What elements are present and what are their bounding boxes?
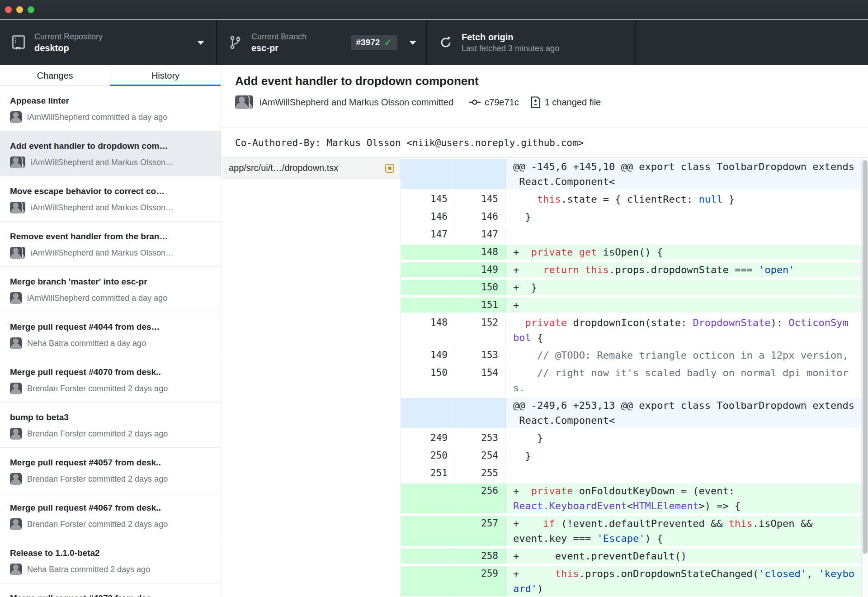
tab-changes[interactable]: Changes xyxy=(0,65,110,86)
diff-new-line-number: 147 xyxy=(455,227,506,242)
diff-row: 148 + private get isOpen() { xyxy=(401,243,868,261)
commit-avatar xyxy=(10,383,22,394)
toolbar: Current Repository desktop Current Branc… xyxy=(0,20,868,65)
diff-old-line-number: 145 xyxy=(401,192,455,207)
diff-old-line-number: 150 xyxy=(401,365,455,395)
diff-old-line-number xyxy=(401,398,455,428)
commit-list-item[interactable]: Merge pull request #4044 from des… Neha … xyxy=(0,312,221,357)
diff-code-line: // @TODO: Remake triangle octicon in a 1… xyxy=(506,348,868,363)
diff-new-line-number: 255 xyxy=(455,466,506,481)
commit-list-item[interactable]: Merge pull request #4057 from desk.. Bre… xyxy=(0,448,221,493)
diff-old-line-number: 249 xyxy=(401,431,455,445)
diff-code-line: @@ -249,6 +253,13 @@ export class Toolba… xyxy=(506,398,868,428)
diff-code-line xyxy=(506,227,868,242)
diff-view: @@ -145,6 +145,10 @@ export class Toolba… xyxy=(401,158,868,597)
avatar xyxy=(10,473,22,485)
check-icon: ✓ xyxy=(384,37,392,48)
commit-avatar xyxy=(10,564,22,575)
commit-list-item[interactable]: Move escape behavior to correct co… iAmW… xyxy=(0,176,221,222)
current-branch-name: esc-pr xyxy=(251,42,307,54)
file-list-item[interactable]: app/src/ui/t…/dropdown.tsx xyxy=(222,158,401,179)
diff-row: 147 147 xyxy=(401,226,868,243)
diff-zone: app/src/ui/t…/dropdown.tsx @@ -145,6 +14… xyxy=(222,158,868,597)
diff-code-line: + private onFoldoutKeyDown = (event: Rea… xyxy=(506,483,868,513)
pr-status-badge: #3972 ✓ xyxy=(351,35,397,50)
changed-file-icon xyxy=(531,96,541,108)
diff-row: @@ -249,6 +253,13 @@ export class Toolba… xyxy=(401,397,868,429)
diff-new-line-number xyxy=(455,398,506,428)
commit-list-item[interactable]: Add event handler to dropdown com… iAmWi… xyxy=(0,131,221,176)
diff-row: 258 + event.preventDefault() xyxy=(401,547,868,565)
diff-code-line: + this.props.onDropdownStateChanged('clo… xyxy=(506,566,868,596)
avatar xyxy=(10,518,22,530)
commit-meta: Neha Batra committed a day ago xyxy=(27,339,146,348)
commit-icon xyxy=(469,99,481,106)
diff-code-line: + if (!event.defaultPrevented && this.is… xyxy=(506,516,868,546)
commit-list-item[interactable]: bump to beta3 Brendan Forster committed … xyxy=(0,403,221,448)
diff-row: 149 153 // @TODO: Remake triangle octico… xyxy=(401,346,868,364)
tab-history[interactable]: History xyxy=(110,65,221,86)
commit-list-item[interactable]: Merge pull request #4073 from des… xyxy=(0,583,221,597)
chevron-down-icon xyxy=(197,41,204,45)
avatar xyxy=(10,337,22,349)
chevron-down-icon xyxy=(409,41,416,45)
file-path: app/src/ui/t…/dropdown.tsx xyxy=(229,163,381,173)
commit-meta: Brendan Forster committed 2 days ago xyxy=(27,520,168,529)
diff-new-line-number: 154 xyxy=(455,365,506,395)
avatar xyxy=(10,383,22,394)
diff-old-line-number: 149 xyxy=(401,348,455,363)
current-branch-button[interactable]: Current Branch esc-pr #3972 ✓ xyxy=(217,20,427,65)
diff-code-line: } xyxy=(506,209,868,224)
diff-old-line-number: 148 xyxy=(401,315,455,345)
diff-row: 257 + if (!event.defaultPrevented && thi… xyxy=(401,515,868,547)
diff-code-line: + private get isOpen() { xyxy=(506,245,868,260)
scrollbar-thumb[interactable] xyxy=(863,160,868,554)
diff-new-line-number: 148 xyxy=(455,245,506,260)
avatar xyxy=(235,95,249,109)
commit-title: Merge branch 'master' into esc-pr xyxy=(10,277,212,287)
diff-new-line-number: 153 xyxy=(455,348,506,363)
diff-new-line-number: 254 xyxy=(455,448,506,463)
minimize-window-button[interactable] xyxy=(16,6,23,13)
fetch-origin-title: Fetch origin xyxy=(462,31,559,43)
commit-meta: iAmWillShepherd and Markus Olsson… xyxy=(31,203,174,213)
commit-meta: iAmWillShepherd committed a day ago xyxy=(27,294,167,303)
current-repository-button[interactable]: Current Repository desktop xyxy=(0,20,217,65)
diff-old-line-number xyxy=(401,159,455,189)
diff-row: 150 + } xyxy=(401,279,868,296)
close-window-button[interactable] xyxy=(5,6,12,13)
pr-number: #3972 xyxy=(356,38,380,47)
fetch-origin-subtitle: Last fetched 3 minutes ago xyxy=(462,43,559,54)
diff-row: 251 255 xyxy=(401,464,868,482)
commit-list-item[interactable]: Merge branch 'master' into esc-pr iAmWil… xyxy=(0,267,221,312)
commit-avatar xyxy=(10,337,22,349)
diff-new-line-number: 253 xyxy=(455,431,506,445)
commit-title: Merge pull request #4070 from desk.. xyxy=(10,367,212,377)
sidebar-tabs: Changes History xyxy=(0,65,221,86)
commit-avatar xyxy=(10,247,25,259)
toolbar-spacer xyxy=(636,20,868,65)
commit-list-item[interactable]: Release to 1.1.0-beta2 Neha Batra commit… xyxy=(0,538,221,583)
app-window: Current Repository desktop Current Branc… xyxy=(0,0,868,597)
zoom-window-button[interactable] xyxy=(28,6,34,13)
commit-list-item[interactable]: Merge pull request #4070 from desk.. Bre… xyxy=(0,357,221,403)
commit-avatar xyxy=(10,518,22,530)
repo-icon xyxy=(12,35,25,50)
avatar xyxy=(10,111,22,123)
commit-meta: iAmWillShepherd committed a day ago xyxy=(27,113,167,122)
commit-list-item[interactable]: Merge pull request #4067 from desk.. Bre… xyxy=(0,493,221,538)
commit-avatar xyxy=(10,202,25,213)
avatar xyxy=(10,292,22,304)
diff-old-line-number: 146 xyxy=(401,209,455,224)
commit-list-item[interactable]: Remove event handler from the bran… iAmW… xyxy=(0,222,221,267)
fetch-origin-button[interactable]: Fetch origin Last fetched 3 minutes ago xyxy=(427,20,636,65)
commit-title: Release to 1.1.0-beta2 xyxy=(10,548,212,558)
diff-new-line-number: 259 xyxy=(455,566,506,596)
commit-sha[interactable]: c79e71c xyxy=(485,97,519,108)
commit-list-item[interactable]: Appease linter iAmWillShepherd committed… xyxy=(0,86,221,131)
avatar xyxy=(10,247,22,259)
diff-row: @@ -145,6 +145,10 @@ export class Toolba… xyxy=(401,158,868,190)
avatar xyxy=(10,428,22,440)
diff-new-line-number: 149 xyxy=(455,262,506,277)
commit-meta: Brendan Forster committed 2 days ago xyxy=(27,474,168,484)
